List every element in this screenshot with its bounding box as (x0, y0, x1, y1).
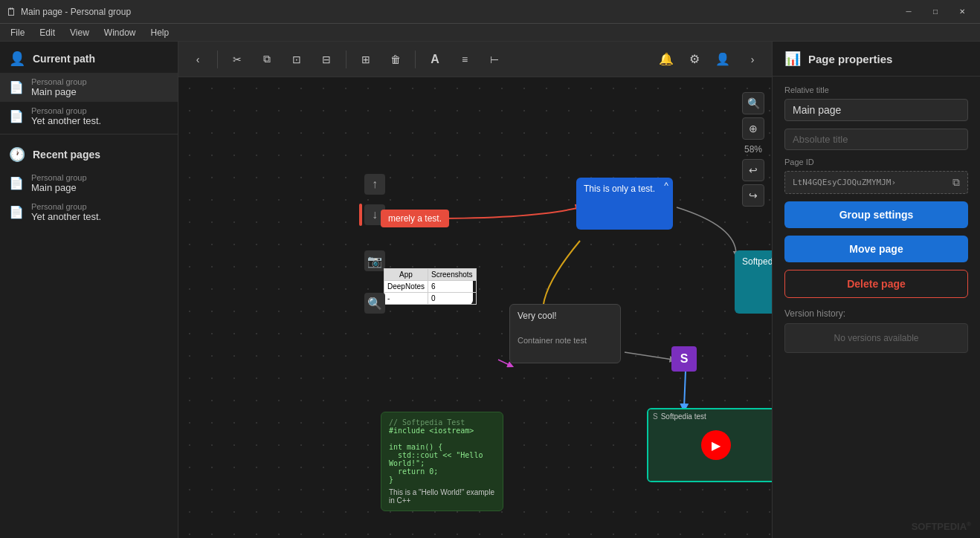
code-caption: This is a "Hello World!" example in C++ (389, 488, 495, 505)
page-id-section: Page ID LtN4GQEsyCJOQuZMYMJM› ⧉ (784, 158, 968, 194)
redo-button[interactable]: ↪ (742, 184, 764, 207)
barely-visible-node[interactable]: merely a test. (381, 210, 449, 227)
panel-title: Page properties (808, 53, 892, 65)
table-node[interactable]: AppScreenshots DeepNotes6 -0 (384, 268, 473, 305)
s-node-label: S (680, 352, 689, 366)
teal-note-text: Softpedia Test (742, 256, 772, 267)
relative-title-input[interactable]: Main page (784, 99, 968, 121)
toolbar-sep-3 (415, 51, 416, 68)
recent-pages-icon: 🕐 (9, 146, 25, 163)
code-node[interactable]: // Softpedia Test #include <iostream> in… (381, 412, 503, 511)
menu-edit[interactable]: Edit (32, 26, 62, 39)
relative-title-label: Relative title (784, 85, 968, 94)
copy-button[interactable]: ⧉ (254, 46, 280, 73)
list-button[interactable]: ≡ (451, 46, 478, 73)
sidebar-item-main-page[interactable]: 📄 Personal group Main page (0, 73, 178, 102)
dark-note-title: Very cool! (518, 311, 613, 321)
recent-pages-label: Recent pages (33, 149, 100, 161)
item-group-1: Personal group (31, 77, 87, 86)
code-line2 (389, 435, 495, 443)
screenshot-button[interactable]: 📷 (364, 250, 385, 271)
menu-view[interactable]: View (62, 26, 97, 39)
page-id-value: LtN4GQEsyCJOQuZMYMJM› (793, 178, 948, 187)
code-line1: #include <iostream> (389, 427, 495, 435)
version-section: Version history: No versions available (784, 308, 968, 353)
absolute-title-input[interactable]: Absolute title (784, 129, 968, 150)
zoom-in-button[interactable]: 🔍 (742, 92, 764, 114)
right-panel-header: 📊 Page properties (773, 42, 980, 77)
page-icon-red-1: 📄 (9, 109, 24, 123)
code-line3: int main() { (389, 443, 495, 451)
nav-up-button[interactable]: ↑ (364, 174, 385, 195)
item-group-3: Personal group (31, 173, 87, 182)
search-button[interactable]: 🔍 (364, 293, 385, 314)
dark-note-node[interactable]: Very cool! Container note test (509, 304, 621, 363)
code-line6: } (389, 476, 495, 484)
current-path-label: Current path (33, 53, 95, 65)
relative-title-section: Relative title Main page (784, 85, 968, 121)
table-header-screenshots: Screenshots (428, 269, 477, 281)
align-button[interactable]: ⊢ (481, 46, 508, 73)
relative-title-value: Main page (793, 104, 841, 116)
canvas[interactable]: ↑ ↓ merely a test. 📷 AppScreenshots Deep… (178, 77, 772, 538)
blue-note-node[interactable]: ^ This is only a test. (576, 178, 673, 230)
dark-note-sub: Container note test (518, 336, 613, 345)
blue-note-collapse-btn[interactable]: ^ (664, 181, 668, 191)
menu-file[interactable]: File (3, 26, 32, 39)
move-page-button[interactable]: Move page (784, 236, 968, 262)
toolbar: ‹ ✂ ⧉ ⊡ ⊟ ⊞ 🗑 A ≡ ⊢ 🔔 ⚙ 👤 › (178, 42, 772, 77)
absolute-title-label: Absolute title (793, 134, 848, 145)
no-versions-text: No versions available (784, 323, 968, 353)
titlebar: 🗒 Main page - Personal group ─ □ ✕ (0, 0, 980, 24)
zoom-target-button[interactable]: ⊕ (742, 117, 764, 140)
sidebar-item-yet-another[interactable]: 📄 Personal group Yet another test. (0, 102, 178, 131)
toolbar-sep-2 (346, 51, 346, 68)
absolute-title-section: Absolute title (784, 129, 968, 150)
code-line4: std::cout << "Hello World!"; (389, 451, 495, 467)
item-group-4: Personal group (31, 202, 101, 211)
copy-id-button[interactable]: ⧉ (952, 176, 960, 189)
item-name-4: Yet another test. (31, 211, 101, 222)
page-icon-blue-1: 📄 (9, 80, 24, 94)
app-icon: 🗒 (6, 6, 16, 18)
user-button[interactable]: 👤 (711, 48, 735, 71)
play-button[interactable]: ▶ (701, 430, 731, 460)
delete-page-button[interactable]: Delete page (784, 270, 968, 298)
menu-help[interactable]: Help (144, 26, 177, 39)
page-icon-blue-2: 📄 (9, 176, 24, 190)
bell-button[interactable]: 🔔 (654, 48, 678, 71)
sidebar: 👤 Current path 📄 Personal group Main pag… (0, 42, 178, 538)
delete-button[interactable]: 🗑 (382, 46, 409, 73)
right-panel-body: Relative title Main page Absolute title … (773, 77, 980, 518)
code-comment: // Softpedia Test (389, 418, 495, 427)
menu-window[interactable]: Window (97, 26, 144, 39)
undo-button[interactable]: ↩ (742, 159, 764, 181)
sidebar-recent-yet-another[interactable]: 📄 Personal group Yet another test. (0, 198, 178, 227)
teal-note-node[interactable]: Softpedia Test (735, 250, 772, 314)
gear-button[interactable]: ⚙ (683, 48, 706, 71)
item-name-3: Main page (31, 182, 87, 193)
toolbar-sep-1 (217, 51, 218, 68)
red-indicator (359, 204, 362, 226)
minimize-button[interactable]: ─ (897, 4, 921, 19)
paste-button[interactable]: ⊡ (283, 46, 310, 73)
right-panel: 📊 Page properties Relative title Main pa… (772, 42, 980, 538)
item-group-2: Personal group (31, 106, 101, 115)
video-node[interactable]: S Softpedia test ⋮ ▶ (647, 408, 772, 482)
barely-visible-text: merely a test. (388, 213, 442, 224)
group-settings-button[interactable]: Group settings (784, 201, 968, 228)
current-path-header: 👤 Current path (0, 42, 178, 73)
text-button[interactable]: A (422, 46, 448, 73)
table-cell-deepnotes: DeepNotes (384, 281, 428, 293)
sidebar-recent-main-page[interactable]: 📄 Personal group Main page (0, 169, 178, 198)
code-line5: return 0; (389, 467, 495, 476)
back-button[interactable]: ‹ (184, 46, 211, 73)
close-button[interactable]: ✕ (950, 4, 974, 19)
paste2-button[interactable]: ⊟ (313, 46, 340, 73)
maximize-button[interactable]: □ (923, 4, 947, 19)
s-node[interactable]: S (671, 346, 697, 372)
more-button[interactable]: › (739, 46, 766, 73)
grid-button[interactable]: ⊞ (352, 46, 379, 73)
cut-button[interactable]: ✂ (224, 46, 251, 73)
page-id-row: LtN4GQEsyCJOQuZMYMJM› ⧉ (784, 171, 968, 194)
